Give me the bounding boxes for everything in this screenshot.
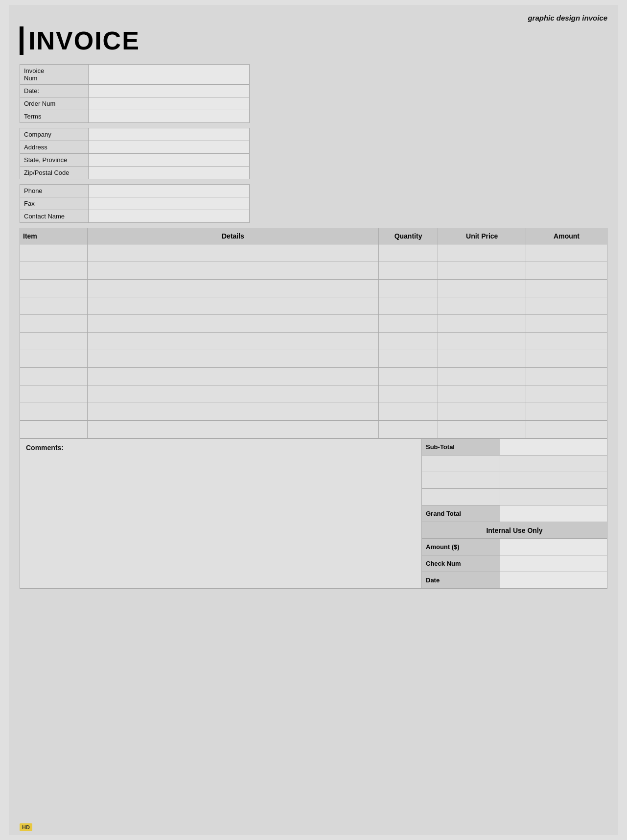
details-cell[interactable] [88, 244, 378, 262]
extra-row-3 [422, 489, 607, 505]
date-label: Date: [20, 85, 89, 97]
qty-cell[interactable] [378, 315, 438, 333]
extra-label-3[interactable] [422, 489, 500, 505]
qty-cell[interactable] [378, 333, 438, 350]
order-num-value[interactable] [88, 97, 249, 110]
extra-label-1[interactable] [422, 456, 500, 472]
details-cell[interactable] [88, 315, 378, 333]
item-cell[interactable] [20, 350, 88, 368]
table-row [20, 350, 607, 368]
table-row [20, 421, 607, 438]
address-value[interactable] [88, 141, 249, 154]
item-cell[interactable] [20, 333, 88, 350]
price-cell[interactable] [438, 280, 526, 297]
date-row: Date: [20, 85, 250, 97]
amount-cell[interactable] [526, 315, 607, 333]
item-cell[interactable] [20, 280, 88, 297]
details-cell[interactable] [88, 262, 378, 280]
phone-value[interactable] [88, 185, 249, 197]
details-cell[interactable] [88, 333, 378, 350]
item-cell[interactable] [20, 262, 88, 280]
phone-label: Phone [20, 185, 89, 197]
internal-date-label: Date [422, 572, 500, 589]
table-row [20, 244, 607, 262]
qty-cell[interactable] [378, 350, 438, 368]
price-cell[interactable] [438, 350, 526, 368]
grand-total-value[interactable] [500, 505, 607, 522]
price-cell[interactable] [438, 262, 526, 280]
qty-cell[interactable] [378, 297, 438, 315]
amount-cell[interactable] [526, 368, 607, 385]
item-cell[interactable] [20, 368, 88, 385]
amount-cell[interactable] [526, 350, 607, 368]
amount-cell[interactable] [526, 297, 607, 315]
details-cell[interactable] [88, 350, 378, 368]
extra-value-3[interactable] [500, 489, 607, 505]
price-cell[interactable] [438, 244, 526, 262]
internal-date-value[interactable] [500, 572, 607, 589]
table-row [20, 262, 607, 280]
details-cell[interactable] [88, 403, 378, 421]
invoice-num-label: InvoiceNum [20, 65, 89, 85]
amount-cell[interactable] [526, 385, 607, 403]
amount-cell[interactable] [526, 262, 607, 280]
amount-cell[interactable] [526, 280, 607, 297]
subtotal-value[interactable] [500, 439, 607, 456]
item-cell[interactable] [20, 297, 88, 315]
price-cell[interactable] [438, 368, 526, 385]
item-cell[interactable] [20, 315, 88, 333]
extra-value-2[interactable] [500, 472, 607, 489]
details-cell[interactable] [88, 421, 378, 438]
price-cell[interactable] [438, 421, 526, 438]
qty-cell[interactable] [378, 385, 438, 403]
price-cell[interactable] [438, 297, 526, 315]
amount-cell[interactable] [526, 403, 607, 421]
details-cell[interactable] [88, 385, 378, 403]
contact-name-value[interactable] [88, 210, 249, 223]
price-cell[interactable] [438, 315, 526, 333]
subtotal-label: Sub-Total [422, 439, 500, 456]
item-cell[interactable] [20, 385, 88, 403]
qty-cell[interactable] [378, 244, 438, 262]
amount-value[interactable] [500, 539, 607, 555]
check-num-value[interactable] [500, 555, 607, 572]
zip-postal-value[interactable] [88, 167, 249, 179]
grand-total-label: Grand Total [422, 505, 500, 522]
table-row [20, 297, 607, 315]
table-row [20, 280, 607, 297]
comments-area[interactable]: Comments: [20, 438, 421, 589]
date-value[interactable] [88, 85, 249, 97]
col-header-amount: Amount [526, 228, 607, 244]
company-value[interactable] [88, 128, 249, 141]
invoice-page: graphic design invoice INVOICE InvoiceNu… [9, 5, 618, 835]
amount-cell[interactable] [526, 333, 607, 350]
price-cell[interactable] [438, 333, 526, 350]
details-cell[interactable] [88, 297, 378, 315]
extra-value-1[interactable] [500, 456, 607, 472]
fax-value[interactable] [88, 197, 249, 210]
details-cell[interactable] [88, 280, 378, 297]
item-cell[interactable] [20, 421, 88, 438]
extra-row-1 [422, 456, 607, 472]
amount-cell[interactable] [526, 421, 607, 438]
qty-cell[interactable] [378, 262, 438, 280]
details-cell[interactable] [88, 368, 378, 385]
qty-cell[interactable] [378, 280, 438, 297]
company-label: Company [20, 128, 89, 141]
items-table: Item Details Quantity Unit Price Amount [20, 228, 607, 438]
item-cell[interactable] [20, 403, 88, 421]
address-label: Address [20, 141, 89, 154]
price-cell[interactable] [438, 385, 526, 403]
invoice-num-value[interactable] [88, 65, 249, 85]
extra-label-2[interactable] [422, 472, 500, 489]
address-table: Company Address State, Province Zip/Post… [20, 128, 250, 179]
price-cell[interactable] [438, 403, 526, 421]
qty-cell[interactable] [378, 421, 438, 438]
qty-cell[interactable] [378, 403, 438, 421]
amount-cell[interactable] [526, 244, 607, 262]
fax-row: Fax [20, 197, 250, 210]
qty-cell[interactable] [378, 368, 438, 385]
state-province-value[interactable] [88, 154, 249, 167]
item-cell[interactable] [20, 244, 88, 262]
terms-value[interactable] [88, 110, 249, 123]
